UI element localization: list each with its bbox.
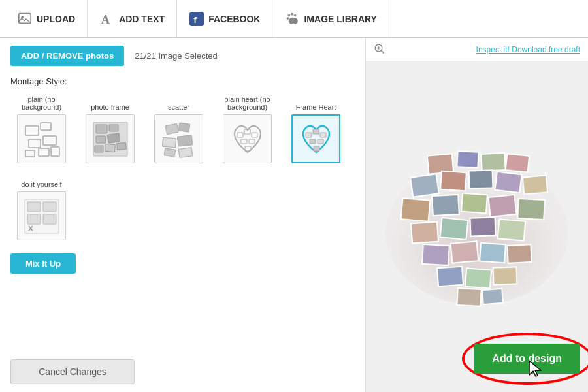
svg-rect-33 xyxy=(241,139,247,144)
svg-rect-41 xyxy=(314,146,319,151)
facebook-icon: f xyxy=(189,11,204,27)
preview-header: Inspect it! Download free draft xyxy=(366,38,588,61)
svg-rect-37 xyxy=(313,129,319,134)
svg-rect-13 xyxy=(25,150,35,157)
style-photo-frame-thumb xyxy=(86,114,135,163)
svg-rect-44 xyxy=(43,202,56,212)
svg-rect-24 xyxy=(165,123,178,134)
toolbar: UPLOAD A ADD TEXT f FACEBOOK xyxy=(0,0,588,38)
svg-rect-38 xyxy=(320,133,326,137)
svg-rect-72 xyxy=(422,244,449,265)
svg-line-50 xyxy=(381,50,384,54)
svg-rect-78 xyxy=(493,267,517,284)
style-photo-frame-label: photo frame xyxy=(91,93,129,111)
svg-rect-36 xyxy=(306,133,312,137)
montage-style-label: Montage Style: xyxy=(10,76,355,86)
style-scatter-label: scatter xyxy=(168,93,189,111)
svg-rect-74 xyxy=(480,243,506,263)
top-actions: ADD / REMOVE photos 21/21 Image Selected xyxy=(10,46,355,66)
svg-rect-43 xyxy=(27,202,41,212)
svg-rect-69 xyxy=(440,218,468,240)
toolbar-facebook[interactable]: f FACEBOOK xyxy=(177,0,272,37)
svg-rect-75 xyxy=(507,244,531,263)
toolbar-add-text[interactable]: A ADD TEXT xyxy=(88,0,177,37)
svg-rect-65 xyxy=(461,193,487,214)
upload-label: UPLOAD xyxy=(37,14,75,24)
svg-point-8 xyxy=(287,17,289,20)
style-photo-frame[interactable]: photo frame xyxy=(79,93,141,163)
style-frame-heart-thumb xyxy=(291,114,340,163)
add-text-label: ADD TEXT xyxy=(119,14,165,24)
svg-rect-21 xyxy=(95,146,103,152)
upload-icon xyxy=(17,11,33,27)
svg-rect-60 xyxy=(469,170,493,188)
facebook-label: FACEBOOK xyxy=(208,14,260,24)
svg-rect-39 xyxy=(310,139,316,144)
svg-rect-46 xyxy=(43,214,56,224)
svg-rect-45 xyxy=(27,214,41,224)
style-scatter-thumb xyxy=(154,114,203,163)
style-plain-heart-thumb xyxy=(223,114,272,163)
style-frame-heart-label: Frame Heart xyxy=(296,93,336,111)
svg-rect-3 xyxy=(189,12,204,26)
svg-rect-30 xyxy=(237,133,243,137)
svg-rect-66 xyxy=(489,195,517,217)
svg-rect-71 xyxy=(498,219,525,240)
svg-rect-55 xyxy=(457,151,478,168)
svg-rect-14 xyxy=(39,148,49,156)
style-plain-no-bg[interactable]: plain (nobackground) xyxy=(10,93,73,163)
inspect-link[interactable]: Inspect it! Download free draft xyxy=(476,45,580,54)
svg-rect-23 xyxy=(116,142,126,150)
svg-rect-20 xyxy=(107,133,120,142)
svg-rect-77 xyxy=(465,268,491,288)
svg-rect-57 xyxy=(506,154,529,172)
svg-rect-12 xyxy=(43,136,56,145)
svg-rect-10 xyxy=(41,123,51,130)
style-do-it-yourself-label: do it yourself xyxy=(21,170,61,188)
style-scatter[interactable]: scatter xyxy=(148,93,210,163)
right-panel: Inspect it! Download free draft xyxy=(366,38,588,392)
svg-rect-73 xyxy=(451,241,478,263)
mix-it-up-button[interactable]: Mix It Up xyxy=(10,253,76,274)
style-plain-no-bg-label: plain (nobackground) xyxy=(22,93,61,111)
svg-rect-79 xyxy=(457,288,481,306)
style-plain-heart[interactable]: plain heart (nobackground) xyxy=(216,93,278,163)
svg-rect-61 xyxy=(495,172,521,193)
svg-rect-40 xyxy=(318,139,323,144)
cancel-changes-button[interactable]: Cancel Changes xyxy=(10,359,135,384)
svg-rect-11 xyxy=(29,139,41,148)
montage-styles-grid: plain (nobackground) photo frame xyxy=(10,93,355,240)
svg-rect-29 xyxy=(178,147,193,157)
svg-rect-56 xyxy=(481,153,505,171)
svg-text:f: f xyxy=(194,14,197,24)
svg-point-7 xyxy=(294,14,297,16)
svg-rect-25 xyxy=(178,122,190,131)
add-to-design-button[interactable]: Add to design xyxy=(474,344,580,374)
svg-rect-9 xyxy=(25,126,39,135)
svg-rect-17 xyxy=(96,125,107,133)
add-remove-photos-button[interactable]: ADD / REMOVE photos xyxy=(10,46,124,66)
style-frame-heart[interactable]: Frame Heart xyxy=(285,93,347,163)
paw-icon xyxy=(284,11,300,27)
style-plain-no-bg-thumb xyxy=(17,114,66,163)
svg-rect-64 xyxy=(432,195,459,216)
svg-rect-28 xyxy=(164,148,176,157)
text-icon: A xyxy=(99,11,115,27)
svg-rect-32 xyxy=(252,133,257,137)
toolbar-upload[interactable]: UPLOAD xyxy=(5,0,88,37)
left-panel: ADD / REMOVE photos 21/21 Image Selected… xyxy=(0,38,366,392)
svg-rect-68 xyxy=(411,222,438,244)
svg-point-5 xyxy=(288,14,291,16)
svg-text:A: A xyxy=(101,13,110,26)
svg-rect-18 xyxy=(109,125,118,131)
toolbar-image-library[interactable]: IMAGE LIBRARY xyxy=(272,0,389,37)
svg-rect-70 xyxy=(470,217,496,236)
style-do-it-yourself-thumb xyxy=(17,191,66,240)
selection-count: 21/21 Image Selected xyxy=(135,51,217,61)
svg-rect-80 xyxy=(482,289,502,304)
image-library-label: IMAGE LIBRARY xyxy=(304,14,376,24)
svg-rect-15 xyxy=(51,147,59,156)
heart-montage-preview xyxy=(376,142,578,312)
svg-rect-26 xyxy=(162,137,176,148)
style-do-it-yourself[interactable]: do it yourself xyxy=(10,170,73,240)
